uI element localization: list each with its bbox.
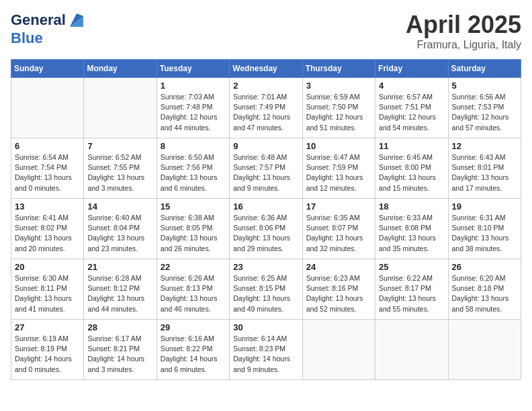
day-info: Sunrise: 7:01 AM Sunset: 7:49 PM Dayligh… — [233, 92, 298, 133]
day-info: Sunrise: 6:26 AM Sunset: 8:13 PM Dayligh… — [161, 273, 226, 314]
day-info: Sunrise: 6:50 AM Sunset: 7:56 PM Dayligh… — [161, 152, 226, 193]
title-block: April 2025 Framura, Liguria, Italy — [406, 11, 521, 51]
calendar-day-cell: 24Sunrise: 6:23 AM Sunset: 8:16 PM Dayli… — [302, 259, 375, 320]
calendar-week-row: 6Sunrise: 6:54 AM Sunset: 7:54 PM Daylig… — [11, 138, 521, 199]
day-info: Sunrise: 6:56 AM Sunset: 7:53 PM Dayligh… — [452, 92, 517, 133]
calendar-day-cell: 7Sunrise: 6:52 AM Sunset: 7:55 PM Daylig… — [84, 138, 157, 199]
day-number: 20 — [15, 262, 80, 272]
day-number: 4 — [379, 81, 444, 91]
month-title: April 2025 — [406, 11, 521, 39]
day-number: 22 — [161, 262, 226, 272]
day-info: Sunrise: 6:38 AM Sunset: 8:05 PM Dayligh… — [161, 213, 226, 254]
day-number: 27 — [15, 322, 80, 332]
day-info: Sunrise: 6:25 AM Sunset: 8:15 PM Dayligh… — [233, 273, 298, 314]
day-number: 10 — [306, 141, 371, 151]
calendar-day-cell: 17Sunrise: 6:35 AM Sunset: 8:07 PM Dayli… — [302, 199, 375, 259]
day-number: 14 — [87, 201, 152, 212]
day-number: 29 — [161, 322, 226, 332]
calendar-week-row: 27Sunrise: 6:19 AM Sunset: 8:19 PM Dayli… — [11, 320, 521, 380]
day-number: 6 — [15, 141, 80, 151]
calendar-day-cell: 12Sunrise: 6:43 AM Sunset: 8:01 PM Dayli… — [448, 138, 521, 199]
day-info: Sunrise: 6:59 AM Sunset: 7:50 PM Dayligh… — [306, 92, 371, 133]
day-number: 19 — [452, 201, 517, 212]
day-info: Sunrise: 6:17 AM Sunset: 8:21 PM Dayligh… — [87, 334, 152, 375]
calendar-day-cell: 10Sunrise: 6:47 AM Sunset: 7:59 PM Dayli… — [302, 138, 375, 199]
day-number: 15 — [161, 201, 226, 212]
calendar-day-cell: 3Sunrise: 6:59 AM Sunset: 7:50 PM Daylig… — [302, 78, 375, 138]
calendar-day-cell: 9Sunrise: 6:48 AM Sunset: 7:57 PM Daylig… — [230, 138, 302, 199]
day-number: 2 — [233, 81, 298, 91]
calendar-day-cell — [448, 320, 521, 380]
day-info: Sunrise: 6:52 AM Sunset: 7:55 PM Dayligh… — [87, 152, 152, 193]
day-number: 12 — [452, 141, 517, 151]
calendar-day-cell: 11Sunrise: 6:45 AM Sunset: 8:00 PM Dayli… — [375, 138, 448, 199]
logo-blue: Blue — [11, 30, 43, 46]
weekday-header-row: SundayMondayTuesdayWednesdayThursdayFrid… — [11, 60, 521, 78]
calendar-day-cell — [302, 320, 375, 380]
day-info: Sunrise: 6:35 AM Sunset: 8:07 PM Dayligh… — [306, 213, 371, 254]
day-info: Sunrise: 6:20 AM Sunset: 8:18 PM Dayligh… — [452, 273, 517, 314]
day-number: 3 — [306, 81, 371, 91]
calendar-day-cell: 13Sunrise: 6:41 AM Sunset: 8:02 PM Dayli… — [11, 199, 84, 259]
day-number: 16 — [233, 201, 298, 212]
day-number: 30 — [233, 322, 298, 332]
calendar-day-cell: 20Sunrise: 6:30 AM Sunset: 8:11 PM Dayli… — [11, 259, 84, 320]
calendar-day-cell: 4Sunrise: 6:57 AM Sunset: 7:51 PM Daylig… — [375, 78, 448, 138]
calendar-day-cell — [11, 78, 84, 138]
weekday-header: Monday — [84, 60, 157, 78]
day-info: Sunrise: 6:23 AM Sunset: 8:16 PM Dayligh… — [306, 273, 371, 314]
day-info: Sunrise: 6:22 AM Sunset: 8:17 PM Dayligh… — [379, 273, 444, 314]
day-info: Sunrise: 7:03 AM Sunset: 7:48 PM Dayligh… — [161, 92, 226, 133]
calendar-day-cell: 23Sunrise: 6:25 AM Sunset: 8:15 PM Dayli… — [230, 259, 302, 320]
day-number: 28 — [87, 322, 152, 332]
weekday-header: Tuesday — [157, 60, 229, 78]
calendar-day-cell: 30Sunrise: 6:14 AM Sunset: 8:23 PM Dayli… — [230, 320, 302, 380]
day-number: 18 — [379, 201, 444, 212]
calendar-day-cell: 8Sunrise: 6:50 AM Sunset: 7:56 PM Daylig… — [157, 138, 229, 199]
day-info: Sunrise: 6:47 AM Sunset: 7:59 PM Dayligh… — [306, 152, 371, 193]
day-number: 11 — [379, 141, 444, 151]
day-info: Sunrise: 6:45 AM Sunset: 8:00 PM Dayligh… — [379, 152, 444, 193]
logo-icon — [67, 11, 86, 30]
calendar-day-cell: 25Sunrise: 6:22 AM Sunset: 8:17 PM Dayli… — [375, 259, 448, 320]
weekday-header: Friday — [375, 60, 448, 78]
logo-general: General — [11, 11, 66, 29]
day-number: 25 — [379, 262, 444, 272]
calendar-day-cell — [375, 320, 448, 380]
calendar-day-cell: 5Sunrise: 6:56 AM Sunset: 7:53 PM Daylig… — [448, 78, 521, 138]
calendar-day-cell: 15Sunrise: 6:38 AM Sunset: 8:05 PM Dayli… — [157, 199, 229, 259]
day-info: Sunrise: 6:28 AM Sunset: 8:12 PM Dayligh… — [87, 273, 152, 314]
day-info: Sunrise: 6:43 AM Sunset: 8:01 PM Dayligh… — [452, 152, 517, 193]
day-number: 17 — [306, 201, 371, 212]
day-info: Sunrise: 6:14 AM Sunset: 8:23 PM Dayligh… — [233, 334, 298, 375]
calendar-week-row: 20Sunrise: 6:30 AM Sunset: 8:11 PM Dayli… — [11, 259, 521, 320]
calendar-week-row: 1Sunrise: 7:03 AM Sunset: 7:48 PM Daylig… — [11, 78, 521, 138]
calendar-day-cell: 29Sunrise: 6:16 AM Sunset: 8:22 PM Dayli… — [157, 320, 229, 380]
day-info: Sunrise: 6:40 AM Sunset: 8:04 PM Dayligh… — [87, 213, 152, 254]
day-info: Sunrise: 6:57 AM Sunset: 7:51 PM Dayligh… — [379, 92, 444, 133]
calendar-day-cell: 22Sunrise: 6:26 AM Sunset: 8:13 PM Dayli… — [157, 259, 229, 320]
day-number: 23 — [233, 262, 298, 272]
day-number: 5 — [452, 81, 517, 91]
day-info: Sunrise: 6:54 AM Sunset: 7:54 PM Dayligh… — [15, 152, 80, 193]
day-info: Sunrise: 6:48 AM Sunset: 7:57 PM Dayligh… — [233, 152, 298, 193]
day-number: 24 — [306, 262, 371, 272]
weekday-header: Wednesday — [230, 60, 302, 78]
day-info: Sunrise: 6:19 AM Sunset: 8:19 PM Dayligh… — [15, 334, 80, 375]
weekday-header: Saturday — [448, 60, 521, 78]
day-info: Sunrise: 6:30 AM Sunset: 8:11 PM Dayligh… — [15, 273, 80, 314]
calendar-day-cell: 16Sunrise: 6:36 AM Sunset: 8:06 PM Dayli… — [230, 199, 302, 259]
calendar-week-row: 13Sunrise: 6:41 AM Sunset: 8:02 PM Dayli… — [11, 199, 521, 259]
day-number: 21 — [87, 262, 152, 272]
day-info: Sunrise: 6:16 AM Sunset: 8:22 PM Dayligh… — [161, 334, 226, 375]
weekday-header: Sunday — [11, 60, 84, 78]
page-header: General Blue April 2025 Framura, Liguria… — [11, 11, 521, 51]
day-number: 13 — [15, 201, 80, 212]
calendar-day-cell: 18Sunrise: 6:33 AM Sunset: 8:08 PM Dayli… — [375, 199, 448, 259]
weekday-header: Thursday — [302, 60, 375, 78]
day-info: Sunrise: 6:36 AM Sunset: 8:06 PM Dayligh… — [233, 213, 298, 254]
calendar-day-cell: 19Sunrise: 6:31 AM Sunset: 8:10 PM Dayli… — [448, 199, 521, 259]
calendar-day-cell: 26Sunrise: 6:20 AM Sunset: 8:18 PM Dayli… — [448, 259, 521, 320]
day-info: Sunrise: 6:31 AM Sunset: 8:10 PM Dayligh… — [452, 213, 517, 254]
calendar-day-cell: 28Sunrise: 6:17 AM Sunset: 8:21 PM Dayli… — [84, 320, 157, 380]
